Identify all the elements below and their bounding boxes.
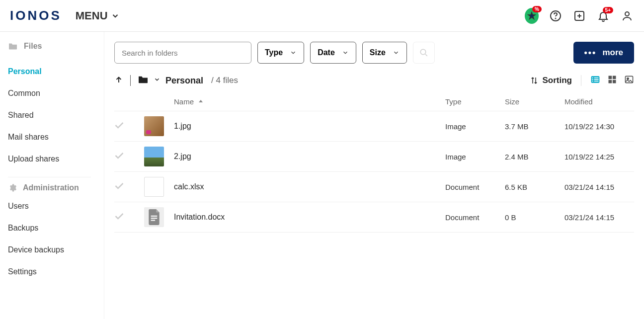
breadcrumb-current[interactable]: Personal (165, 76, 203, 86)
column-header-type[interactable]: Type (445, 97, 505, 106)
promo-button[interactable]: % (525, 9, 539, 23)
column-header-size[interactable]: Size (505, 97, 564, 106)
main-content: Type Date Size ••• more (104, 32, 644, 319)
breadcrumb-row: Personal / 4 files Sorting (114, 75, 634, 86)
help-button[interactable] (549, 9, 563, 23)
add-button[interactable] (572, 9, 586, 23)
file-size: 2.4 MB (505, 153, 564, 161)
sidebar-item-upload-shares[interactable]: Upload shares (8, 148, 100, 170)
row-select[interactable] (114, 213, 124, 222)
menu-button[interactable]: MENU (76, 9, 120, 22)
sidebar-item-settings[interactable]: Settings (8, 261, 100, 283)
more-button[interactable]: ••• more (573, 42, 634, 64)
file-type: Document (445, 213, 505, 222)
file-name: Invitation.docx (174, 213, 225, 222)
view-list-button[interactable] (590, 75, 600, 86)
sidebar-item-mail-shares[interactable]: Mail shares (8, 126, 100, 148)
view-grid-button[interactable] (607, 75, 617, 86)
file-name: 2.jpg (174, 152, 191, 161)
file-thumbnail (144, 116, 164, 136)
file-row[interactable]: 1.jpgImage3.7 MB10/19/22 14:30 (114, 111, 634, 142)
svg-rect-15 (613, 80, 616, 83)
row-select[interactable] (114, 183, 124, 191)
file-thumbnail (144, 177, 164, 197)
arrow-up-icon (114, 75, 123, 84)
svg-rect-7 (594, 78, 599, 79)
search-button[interactable] (413, 42, 435, 64)
breadcrumb-dropdown[interactable] (154, 76, 161, 85)
column-header-name[interactable]: Name (174, 97, 445, 106)
account-button[interactable] (620, 9, 634, 23)
file-row[interactable]: 2.jpgImage2.4 MB10/19/22 14:25 (114, 142, 634, 172)
sidebar-item-device-backups[interactable]: Device backups (8, 239, 100, 261)
svg-rect-20 (151, 220, 156, 221)
svg-point-4 (420, 49, 426, 55)
sidebar-admin-list: Users Backups Device backups Settings (8, 195, 100, 283)
svg-rect-8 (592, 79, 593, 80)
sorting-button[interactable]: Sorting (530, 76, 572, 85)
chevron-down-icon (290, 49, 297, 56)
filter-type-button[interactable]: Type (257, 42, 304, 64)
svg-rect-14 (609, 80, 612, 83)
logo: IONOS (10, 8, 62, 23)
file-row[interactable]: calc.xlsxDocument6.5 KB03/21/24 14:15 (114, 172, 634, 202)
notification-badge: 5+ (603, 7, 613, 13)
filter-size-label: Size (370, 48, 386, 57)
file-size: 6.5 KB (505, 183, 564, 191)
svg-rect-10 (592, 81, 593, 82)
file-modified: 10/19/22 14:25 (564, 153, 634, 161)
menu-label: MENU (76, 9, 108, 22)
sidebar-item-backups[interactable]: Backups (8, 217, 100, 239)
breadcrumb-count: / 4 files (211, 76, 238, 85)
search-icon (419, 48, 428, 57)
sidebar-list: Personal Common Shared Mail shares Uploa… (8, 61, 100, 170)
filter-type-label: Type (265, 48, 283, 57)
file-thumbnail (144, 207, 164, 227)
svg-rect-9 (594, 79, 599, 80)
user-icon (621, 10, 633, 22)
chevron-down-icon (154, 76, 161, 83)
file-row[interactable]: Invitation.docxDocument0 B03/21/24 14:15 (114, 202, 634, 233)
column-header-modified[interactable]: Modified (564, 97, 634, 106)
file-name: calc.xlsx (174, 182, 204, 191)
topbar-left: IONOS MENU (10, 8, 120, 23)
chevron-down-icon (393, 49, 400, 56)
filter-size-button[interactable]: Size (362, 42, 407, 64)
file-type: Image (445, 122, 505, 131)
svg-rect-19 (151, 218, 158, 219)
help-icon (550, 10, 562, 22)
svg-point-3 (625, 12, 629, 16)
sidebar-item-shared[interactable]: Shared (8, 104, 100, 126)
row-select[interactable] (114, 153, 124, 161)
search-input[interactable] (114, 42, 251, 64)
table-header: Name Type Size Modified (114, 90, 634, 111)
filter-date-button[interactable]: Date (310, 42, 356, 64)
file-list: 1.jpgImage3.7 MB10/19/22 14:302.jpgImage… (114, 111, 634, 233)
svg-rect-18 (151, 216, 158, 217)
file-name: 1.jpg (174, 122, 191, 131)
sidebar-item-personal[interactable]: Personal (8, 61, 100, 82)
svg-rect-11 (594, 81, 599, 82)
chevron-down-icon (111, 11, 120, 20)
file-type: Image (445, 153, 505, 161)
sorting-label: Sorting (543, 76, 572, 85)
sidebar-section-admin: Administration (8, 183, 100, 192)
promo-badge: % (532, 6, 542, 12)
sort-icon (530, 76, 539, 85)
sidebar: Files Personal Common Shared Mail shares… (0, 32, 104, 319)
list-icon (590, 75, 600, 84)
sidebar-files-label: Files (24, 42, 42, 51)
sidebar-item-users[interactable]: Users (8, 195, 100, 217)
up-button[interactable] (114, 75, 123, 86)
topbar-right: % 5+ (525, 9, 634, 23)
sidebar-separator (8, 177, 91, 177)
more-dots-icon: ••• (584, 48, 597, 58)
breadcrumb-divider (130, 75, 131, 86)
row-select[interactable] (114, 122, 124, 131)
svg-rect-13 (613, 76, 616, 80)
notifications-button[interactable]: 5+ (596, 9, 610, 23)
svg-point-1 (556, 18, 556, 18)
file-size: 3.7 MB (505, 122, 564, 131)
view-gallery-button[interactable] (624, 75, 634, 86)
sidebar-item-common[interactable]: Common (8, 82, 100, 104)
